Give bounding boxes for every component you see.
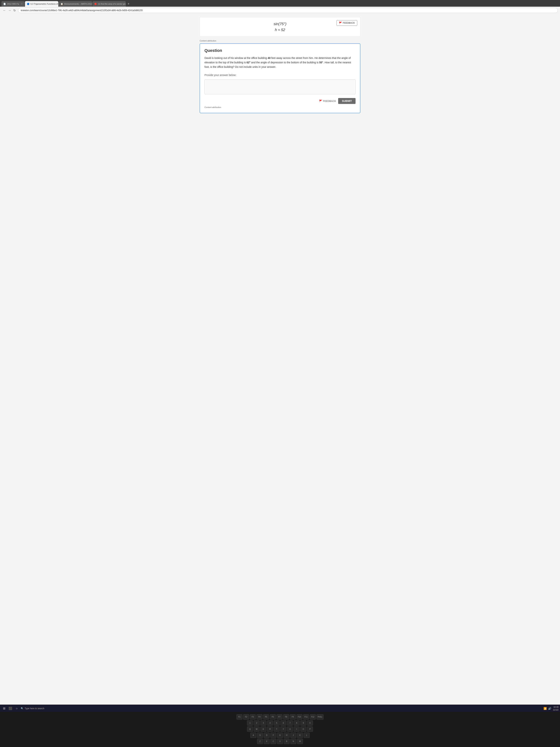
key-s[interactable]: S <box>257 732 263 738</box>
network-icon[interactable]: 📶 <box>543 707 547 710</box>
tab-2-label: 6.3 Trigonometric Functions of A <box>31 3 58 5</box>
key-n[interactable]: N <box>290 739 296 744</box>
key-0[interactable]: 0 <box>307 720 313 726</box>
key-f11[interactable]: F11 <box>303 714 309 720</box>
page-content: sin(75°) h ≈ 52 🚩 FEEDBACK Content attri… <box>0 14 560 704</box>
windows-start-button[interactable]: ⊞ <box>1 706 7 711</box>
key-5[interactable]: 5 <box>274 720 279 726</box>
tab-4[interactable]: 🔴 (1) find the area of a sector given ✕ <box>92 1 126 7</box>
key-w[interactable]: W <box>254 726 260 732</box>
key-l[interactable]: L <box>304 732 310 738</box>
tab-bar: 📄 2412-90D-Fa ✕ 🔵 6.3 Trigonometric Func… <box>0 0 560 7</box>
tab-4-label: (1) find the area of a sector given <box>98 3 126 5</box>
content-attr-bottom: Content attribution <box>205 106 355 108</box>
prev-answer-line1: sin(75°) <box>204 21 356 27</box>
key-i[interactable]: I <box>294 726 300 732</box>
tab-3[interactable]: 📋 Announcements – MATH-2412-9 ✕ <box>59 1 92 7</box>
key-o[interactable]: O <box>300 726 306 732</box>
search-icon: 🔍 <box>21 707 24 710</box>
back-button[interactable]: ← <box>2 8 7 12</box>
submit-button[interactable]: SUBMIT <box>338 98 355 104</box>
key-q[interactable]: Q <box>247 726 253 732</box>
tab-1-label: 2412-90D-Fa <box>7 3 19 5</box>
taskbar-time: 10:30 11/1/2 <box>553 706 559 711</box>
taskbar: ⊞ ⬛ ○ 🔍 Type here to search 📶 🔊 10:30 11… <box>0 704 560 712</box>
key-7[interactable]: 7 <box>287 720 293 726</box>
key-f1[interactable]: F1 <box>237 714 242 720</box>
key-f2[interactable]: F2 <box>243 714 249 720</box>
question-text: David is looking out of his window at th… <box>205 56 355 69</box>
prev-answer-section: sin(75°) h ≈ 52 🚩 FEEDBACK <box>199 17 361 37</box>
key-f7[interactable]: F7 <box>276 714 283 720</box>
key-g[interactable]: G <box>277 732 283 738</box>
key-f4[interactable]: F4 <box>257 714 262 720</box>
key-b[interactable]: B <box>284 739 290 744</box>
address-text: knewton.com/learn/course/12c66be1-79fc-4… <box>21 9 143 12</box>
taskview-button[interactable]: ⬛ <box>8 706 13 711</box>
key-f[interactable]: F <box>270 732 276 738</box>
keyboard-row-zxcv: Z X C V B N M <box>1 739 559 744</box>
key-x[interactable]: X <box>264 739 270 744</box>
key-f10[interactable]: F10 <box>296 714 302 720</box>
key-v[interactable]: V <box>277 739 283 744</box>
key-t[interactable]: T <box>274 726 279 732</box>
clock-time: 10:30 <box>553 706 559 708</box>
key-z[interactable]: Z <box>257 739 263 744</box>
address-box[interactable]: knewton.com/learn/course/12c66be1-79fc-4… <box>18 8 558 13</box>
key-4[interactable]: 4 <box>267 720 273 726</box>
key-p[interactable]: P <box>307 726 313 732</box>
key-prtsc[interactable]: PrtSc <box>317 714 323 720</box>
key-8[interactable]: 8 <box>294 720 300 726</box>
question-bold-2: 62° <box>246 61 250 64</box>
feedback-button-top[interactable]: 🚩 FEEDBACK <box>337 20 357 26</box>
key-6[interactable]: 6 <box>281 720 286 726</box>
key-a[interactable]: A <box>250 732 256 738</box>
key-r[interactable]: R <box>267 726 273 732</box>
keyboard-area: F1 F2 F3 F4 F5 F6 F7 F8 F9 F10 F11 F12 P… <box>0 712 560 747</box>
key-f3[interactable]: F3 <box>250 714 256 720</box>
key-f5[interactable]: F5 <box>263 714 269 720</box>
refresh-button[interactable]: ↻ <box>12 8 17 12</box>
key-m[interactable]: M <box>297 739 303 744</box>
key-f8[interactable]: F8 <box>283 714 289 720</box>
key-e[interactable]: E <box>260 726 266 732</box>
answer-input-area[interactable] <box>205 79 355 94</box>
key-u[interactable]: U <box>287 726 293 732</box>
nav-buttons: ← → ↻ <box>2 8 17 12</box>
keyboard-row-numbers: 1 2 3 4 5 6 7 8 9 0 <box>1 720 559 726</box>
key-3[interactable]: 3 <box>260 720 266 726</box>
clock-date: 11/1/2 <box>553 709 559 711</box>
volume-icon[interactable]: 🔊 <box>548 707 551 710</box>
tab-2[interactable]: 🔵 6.3 Trigonometric Functions of A ✕ <box>25 1 58 7</box>
content-wrapper: sin(75°) h ≈ 52 🚩 FEEDBACK Content attri… <box>197 14 363 119</box>
key-d[interactable]: D <box>264 732 270 738</box>
tab-1[interactable]: 📄 2412-90D-Fa ✕ <box>1 1 25 7</box>
taskbar-system-icons: 📶 🔊 10:30 11/1/2 <box>543 706 559 711</box>
tab-1-close[interactable]: ✕ <box>21 3 23 5</box>
forward-button[interactable]: → <box>7 8 12 12</box>
key-9[interactable]: 9 <box>300 720 306 726</box>
new-tab-button[interactable]: + <box>126 2 131 6</box>
key-c[interactable]: C <box>270 739 276 744</box>
math-content: sin(75°) h ≈ 52 <box>204 21 356 33</box>
key-y[interactable]: Y <box>281 726 286 732</box>
key-k[interactable]: K <box>297 732 303 738</box>
address-bar-row: ← → ↻ knewton.com/learn/course/12c66be1-… <box>0 7 560 14</box>
question-title: Question <box>205 48 355 53</box>
key-f9[interactable]: F9 <box>290 714 296 720</box>
keyboard-row-qwerty: Q W E R T Y U I O P <box>1 726 559 732</box>
feedback-btn-label: FEEDBACK <box>323 100 336 102</box>
key-f6[interactable]: F6 <box>270 714 276 720</box>
key-h[interactable]: H <box>284 732 290 738</box>
key-2[interactable]: 2 <box>254 720 260 726</box>
question-footer: 🚩 FEEDBACK SUBMIT <box>205 98 355 104</box>
key-1[interactable]: 1 <box>247 720 253 726</box>
feedback-icon-top: 🚩 <box>339 22 342 24</box>
feedback-button-question[interactable]: 🚩 FEEDBACK <box>319 100 336 102</box>
key-j[interactable]: J <box>290 732 296 738</box>
taskbar-search: 🔍 Type here to search <box>21 707 44 710</box>
key-f12[interactable]: F12 <box>310 714 316 720</box>
question-bold-1: 40 <box>268 56 271 59</box>
search-taskbar-button[interactable]: ○ <box>14 706 19 711</box>
question-box: Question David is looking out of his win… <box>199 43 361 113</box>
